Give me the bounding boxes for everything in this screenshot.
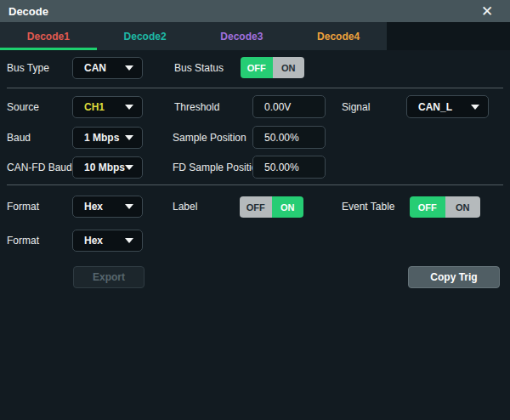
tab-decode4-label: Decode4: [317, 31, 360, 43]
sample-position-input[interactable]: 50.00%: [252, 126, 326, 149]
tab-decode2-label: Decode2: [124, 31, 167, 43]
tab-decode2[interactable]: Decode2: [97, 22, 194, 50]
event-table-toggle[interactable]: OFF ON: [410, 196, 480, 218]
signal-value: CAN_L: [407, 101, 452, 113]
label-toggle-label: Label: [173, 196, 197, 218]
event-table-off[interactable]: OFF: [410, 196, 445, 218]
bus-type-value: CAN: [73, 62, 106, 74]
fd-sample-position-label: FD Sample Position: [173, 156, 263, 179]
source-label: Source: [7, 96, 39, 118]
signal-label: Signal: [342, 96, 370, 118]
fd-sample-position-input[interactable]: 50.00%: [252, 156, 326, 179]
active-tab-underline: [0, 48, 97, 50]
tab-decode4[interactable]: Decode4: [290, 22, 387, 50]
bus-type-dropdown[interactable]: CAN: [72, 57, 143, 79]
format-label: Format: [7, 196, 39, 218]
label-off[interactable]: OFF: [240, 196, 272, 218]
format2-dropdown[interactable]: Hex: [72, 230, 143, 252]
label-on[interactable]: ON: [272, 196, 304, 218]
tab-decode3[interactable]: Decode3: [194, 22, 291, 50]
tab-strip: Decode1 Decode2 Decode3 Decode4: [0, 22, 510, 50]
format2-value: Hex: [73, 235, 103, 247]
tab-list: Decode1 Decode2 Decode3 Decode4: [0, 22, 387, 50]
format2-label: Format: [7, 230, 39, 252]
sample-position-value: 50.00%: [253, 132, 299, 144]
threshold-label: Threshold: [174, 96, 219, 118]
chevron-down-icon: [125, 135, 133, 140]
chevron-down-icon: [471, 105, 479, 110]
source-dropdown[interactable]: CH1: [72, 96, 143, 118]
canfd-baud-dropdown[interactable]: 10 Mbps: [72, 156, 143, 179]
tab-decode1-label: Decode1: [27, 31, 70, 43]
format-value: Hex: [73, 201, 103, 213]
canfd-baud-value: 10 Mbps: [73, 162, 125, 173]
fd-sample-position-value: 50.00%: [253, 162, 299, 173]
canfd-baud-label: CAN-FD Baud: [7, 156, 72, 179]
chevron-down-icon: [125, 238, 133, 243]
chevron-down-icon: [125, 165, 133, 170]
chevron-down-icon: [125, 65, 133, 71]
tab-decode3-label: Decode3: [220, 31, 263, 43]
separator: [7, 88, 503, 88]
tab-decode1[interactable]: Decode1: [0, 22, 97, 50]
signal-dropdown[interactable]: CAN_L: [406, 95, 489, 118]
bus-status-off[interactable]: OFF: [241, 57, 273, 78]
close-icon[interactable]: ✕: [476, 0, 498, 22]
copy-trig-button[interactable]: Copy Trig: [408, 266, 500, 288]
bus-status-on[interactable]: ON: [273, 57, 305, 78]
event-table-on[interactable]: ON: [445, 196, 481, 218]
chevron-down-icon: [125, 105, 133, 110]
bus-type-label: Bus Type: [7, 57, 49, 79]
threshold-value: 0.00V: [253, 101, 291, 113]
bus-status-label: Bus Status: [174, 57, 224, 79]
dialog-title: Decode: [0, 5, 48, 18]
title-bar: Decode ✕: [0, 0, 510, 23]
separator: [7, 184, 503, 185]
sample-position-label: Sample Position: [173, 127, 246, 149]
baud-dropdown[interactable]: 1 Mbps: [72, 127, 143, 149]
chevron-down-icon: [125, 204, 133, 209]
export-button[interactable]: Export: [73, 266, 144, 288]
baud-label: Baud: [7, 127, 31, 149]
format-dropdown[interactable]: Hex: [72, 196, 143, 218]
threshold-input[interactable]: 0.00V: [252, 95, 326, 118]
bus-status-toggle[interactable]: OFF ON: [241, 57, 304, 78]
decode-dialog: Decode ✕ Decode1 Decode2 Decode3 Decode4…: [0, 0, 510, 420]
event-table-label: Event Table: [342, 196, 395, 218]
label-toggle[interactable]: OFF ON: [240, 196, 303, 218]
source-value: CH1: [73, 101, 105, 113]
baud-value: 1 Mbps: [73, 132, 119, 144]
